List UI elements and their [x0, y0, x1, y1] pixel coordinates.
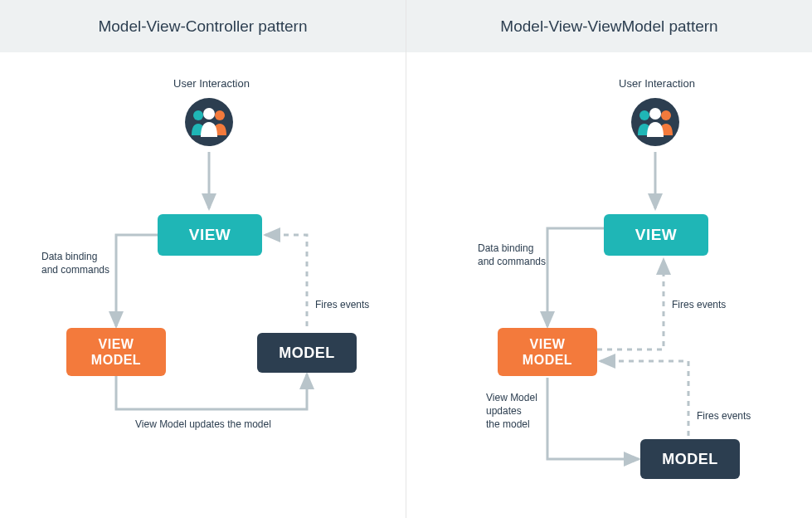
- svg-point-5: [639, 110, 649, 120]
- view-box: VIEW: [158, 214, 262, 256]
- vm-updates-label: View Model updates the model: [135, 418, 271, 431]
- fires-events-label-2: Fires events: [697, 409, 751, 423]
- model-label: MODEL: [279, 345, 335, 362]
- svg-point-2: [215, 110, 225, 120]
- viewmodel-box: VIEW MODEL: [66, 328, 166, 376]
- svg-point-3: [203, 108, 215, 120]
- model-box: MODEL: [640, 439, 740, 479]
- databinding-label: Data binding and commands: [41, 250, 109, 276]
- mvvm-lines: [406, 52, 812, 518]
- mvc-diagram: User Interaction VIEW VIEW MO: [0, 52, 406, 518]
- users-icon: [185, 98, 233, 146]
- user-interaction-label: User Interaction: [615, 77, 698, 90]
- svg-point-7: [649, 108, 661, 120]
- mvvm-header: Model-View-ViewModel pattern: [406, 0, 812, 52]
- users-icon: [631, 98, 679, 146]
- fires-events-label-1: Fires events: [672, 298, 726, 311]
- view-label: VIEW: [635, 226, 678, 244]
- mvc-title: Model-View-Controller pattern: [98, 17, 307, 36]
- svg-point-6: [661, 110, 671, 120]
- mvvm-panel: Model-View-ViewModel pattern: [406, 0, 812, 518]
- fires-events-label: Fires events: [315, 298, 369, 311]
- databinding-label: Data binding and commands: [478, 242, 546, 268]
- viewmodel-box: VIEW MODEL: [498, 328, 597, 376]
- svg-point-1: [193, 110, 203, 120]
- mvc-header: Model-View-Controller pattern: [0, 0, 406, 52]
- mvvm-diagram: User Interaction VIEW VIEW MODEL MODEL: [406, 52, 812, 518]
- viewmodel-label: VIEW MODEL: [91, 336, 141, 368]
- vm-updates-label: View Model updates the model: [486, 391, 537, 432]
- view-label: VIEW: [189, 226, 231, 244]
- diagram-container: Model-View-Controller pattern: [0, 0, 812, 518]
- viewmodel-label: VIEW MODEL: [523, 336, 572, 368]
- mvvm-title: Model-View-ViewModel pattern: [500, 17, 717, 36]
- view-box: VIEW: [604, 214, 708, 256]
- model-label: MODEL: [662, 451, 718, 468]
- model-box: MODEL: [257, 333, 357, 373]
- mvc-panel: Model-View-Controller pattern: [0, 0, 406, 518]
- user-interaction-label: User Interaction: [170, 77, 253, 90]
